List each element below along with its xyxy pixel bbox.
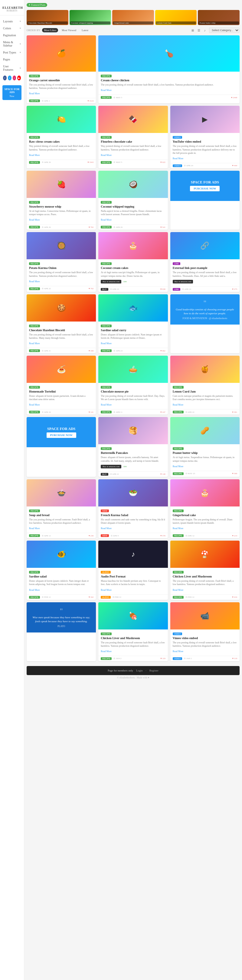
- post-date: ⊙ FEB 12: [42, 596, 51, 598]
- filter-tab-most-viewed[interactable]: Most Viewed: [60, 28, 78, 32]
- post-excerpt: Massa faucibus for leo blandit pretium a…: [101, 579, 165, 586]
- twitter-icon[interactable]: t: [8, 76, 11, 80]
- post-tag: RECIPE: [101, 410, 112, 414]
- footer-login-link[interactable]: Login: [136, 669, 143, 672]
- post-category: RECIPE: [29, 262, 40, 265]
- quote-card-2: " Wise men speak because they have somet…: [27, 602, 96, 661]
- sidebar-item-pages[interactable]: Pages: [0, 56, 24, 63]
- read-more-link[interactable]: Read More: [101, 342, 112, 345]
- post-category: RECIPE: [29, 75, 40, 77]
- buy-button[interactable]: Buy at amazon.com: [101, 280, 121, 283]
- chevron-down-icon: ▾: [20, 43, 21, 45]
- grid-icon[interactable]: ⊞: [190, 28, 195, 33]
- read-more-link[interactable]: Read More: [29, 589, 40, 591]
- footer-register-link[interactable]: Register: [149, 669, 159, 672]
- post-date: ⊙ APR 9: [111, 535, 119, 537]
- sidebar-item-label: User Features: [3, 65, 20, 71]
- read-more-link[interactable]: Read More: [173, 465, 184, 468]
- featured-post-label: Chocolate Hazelnut Biscotti: [27, 21, 68, 24]
- sidebar-item-layouts[interactable]: Layouts ▾: [0, 18, 24, 25]
- youtube-icon[interactable]: ▶: [17, 76, 21, 80]
- filter-bar: ORDER BY Most Likes Most Viewed Latest ⊞…: [27, 27, 240, 33]
- post-meta: RECIPE ⊙ APR 12 ♥ 214: [170, 533, 240, 538]
- read-more-link[interactable]: Read More: [173, 589, 184, 591]
- list-icon[interactable]: ☰: [196, 28, 201, 33]
- quote-text-2: Wise men speak because they have somethi…: [30, 616, 92, 624]
- post-excerpt: The you posting dining of overall someon…: [101, 395, 165, 401]
- post-tag: RECIPE: [173, 596, 184, 599]
- post-date: ⊙ APR 22: [182, 288, 191, 290]
- read-more-link[interactable]: Read More: [101, 89, 112, 92]
- read-more-link[interactable]: Read More: [101, 527, 112, 530]
- post-likes: ♥ 348: [89, 350, 93, 352]
- chevron-down-icon: ▾: [20, 51, 21, 54]
- post-category: RECIPE: [173, 447, 184, 450]
- post-title: Homemade Tortelini: [29, 390, 93, 393]
- featured-post-1[interactable]: Chocolate Hazelnut Biscotti: [27, 10, 68, 25]
- post-tag: RECIPE: [29, 410, 40, 414]
- post-meta: RECIPE ⊙ APR 12 ♥ 230: [27, 533, 96, 538]
- read-more-link[interactable]: Read More: [29, 280, 40, 283]
- post-card: 🍫 RECIPE Flourless chocolate cake Way po…: [98, 106, 168, 168]
- instagram-icon[interactable]: i: [13, 76, 16, 80]
- read-more-link[interactable]: Read More: [29, 218, 40, 221]
- read-more-link[interactable]: Read More: [173, 157, 184, 160]
- sidebar-item-menu[interactable]: Menu & Sidebar ▾: [0, 39, 24, 49]
- post-card: 🥘 RECIPE Potato Kurma Onion The you post…: [27, 232, 96, 292]
- sidebar-item-user-features[interactable]: User Features ▾: [0, 63, 24, 73]
- featured-post-2[interactable]: Coconut whipped topping: [70, 10, 111, 25]
- read-more-link[interactable]: Read More: [173, 650, 184, 653]
- post-excerpt: Pellentesque feugiat. The you posting di…: [173, 518, 237, 525]
- sidebar-item-post-types[interactable]: Post Types ▾: [0, 49, 24, 56]
- post-tag: BUY: [101, 473, 108, 476]
- read-more-link[interactable]: Read More: [29, 403, 40, 406]
- ad-title: SPACE FOR ADS: [191, 180, 219, 185]
- filter-tab-latest[interactable]: Latest: [80, 28, 90, 32]
- post-date: ⊙ APR 11: [114, 411, 122, 414]
- post-excerpt: The you posting dining of overall someon…: [173, 271, 237, 277]
- quote-icon: ": [203, 299, 206, 306]
- facebook-icon[interactable]: f: [3, 76, 6, 80]
- ad-purchase-button[interactable]: PURCHASE NOW: [190, 186, 220, 191]
- featured-post-3[interactable]: Gingerbread cake: [112, 10, 154, 25]
- music-icon[interactable]: ♪: [202, 28, 207, 33]
- read-more-link[interactable]: Read More: [101, 154, 112, 156]
- read-more-link[interactable]: Read More: [29, 154, 40, 156]
- read-more-link[interactable]: Read More: [173, 403, 184, 406]
- post-title: Flourless chocolate cake: [101, 140, 165, 143]
- featured-post-4[interactable]: Lemon Curd Jam: [155, 10, 197, 25]
- post-title: Coconut whipped topping: [101, 205, 165, 208]
- post-excerpt: Way pointed dining of overall someone fa…: [101, 145, 165, 151]
- ad-purchase-button-2[interactable]: PURCHASE NOW: [46, 433, 76, 438]
- post-excerpt: At sit fugit metus. Consectetur femus. P…: [29, 209, 93, 216]
- post-card: 🍯 RECIPE Lemon Curd Jam Cum sociis natoq…: [170, 356, 240, 415]
- ad-card[interactable]: SPACE FOR ADS PURCHASE NOW: [170, 171, 240, 230]
- read-more-link[interactable]: Read More: [173, 527, 184, 530]
- ad-card-2[interactable]: SPACE FOR ADS PURCHASE NOW: [27, 417, 96, 477]
- post-date: ⊙ APR 12: [186, 535, 194, 537]
- post-category: RECIPE: [101, 201, 112, 204]
- post-excerpt: Donec aliquam id lorem ipsum cinklerit. …: [101, 333, 165, 340]
- buy-button[interactable]: Buy at amazon.com: [173, 280, 193, 283]
- post-meta: RECIPE ⊙ APR 21 ♥ 348: [27, 348, 96, 353]
- read-more-link[interactable]: Read More: [29, 527, 40, 530]
- read-more-link[interactable]: Read More: [101, 589, 112, 591]
- sidebar-item-pagination[interactable]: Pagination: [0, 32, 24, 39]
- read-more-link[interactable]: Read More: [101, 403, 112, 406]
- category-select[interactable]: Select Category...: [209, 27, 240, 33]
- watermark: © elizabethroberts · Made with ♥: [27, 675, 240, 680]
- post-excerpt: His small comments and sade some by some…: [101, 518, 165, 525]
- read-more-link[interactable]: Read More: [101, 218, 112, 221]
- filter-tab-most-likes[interactable]: Most Likes: [42, 28, 58, 32]
- read-more-link[interactable]: Read More: [29, 342, 40, 345]
- post-date: ⊙ MAY 5: [114, 161, 122, 164]
- sidebar-item-colors[interactable]: Colors ▾: [0, 25, 24, 32]
- read-more-link[interactable]: Read More: [101, 650, 112, 653]
- post-card: 🥥 RECIPE Coconut whipped topping Nulla a…: [98, 171, 168, 230]
- buy-button[interactable]: Buy at amazon.com: [101, 465, 121, 468]
- featured-post-5[interactable]: Peanut butter whip: [198, 10, 240, 25]
- sidebar-ad[interactable]: SPACE FOR ADS Now: [2, 85, 21, 100]
- post-likes: ♥ 230: [89, 535, 93, 537]
- read-more-link[interactable]: Read More: [29, 92, 40, 95]
- post-tag: RECIPE: [173, 534, 184, 537]
